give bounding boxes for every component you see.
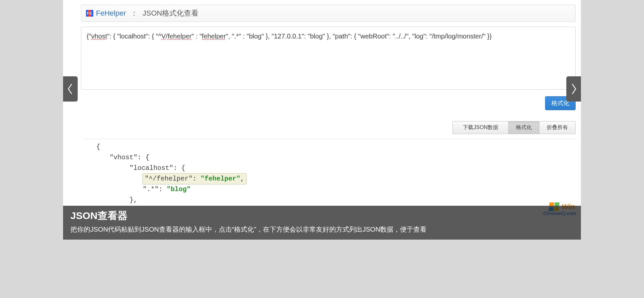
brand-sep: ： bbox=[130, 8, 138, 18]
fehelper-logo-icon: FE bbox=[86, 10, 93, 17]
page-subtitle: JSON格式化查看 bbox=[142, 8, 199, 18]
output-toolbar: 下载JSON数据 格式化 折叠所有 bbox=[452, 121, 576, 134]
json-key[interactable]: "vhost" bbox=[110, 154, 137, 161]
json-input[interactable]: {"vhost": { "localhost": { "^V/fehelper"… bbox=[81, 27, 576, 90]
json-row-selected[interactable]: "^/fehelper": "fehelper", bbox=[83, 174, 576, 184]
chevron-left-icon bbox=[67, 83, 74, 95]
json-tree[interactable]: { "vhost": { "localhost": { "^/fehelper"… bbox=[83, 139, 576, 203]
caption-title: JSON查看器 bbox=[70, 209, 574, 223]
json-key[interactable]: "localhost" bbox=[129, 164, 173, 172]
next-slide-button[interactable] bbox=[566, 76, 581, 102]
prev-slide-button[interactable] bbox=[63, 76, 78, 102]
chevron-right-icon bbox=[570, 83, 577, 95]
json-row[interactable]: ".*": "blog" bbox=[83, 184, 576, 195]
slide-caption: JSON查看器 把你的JSON代码粘贴到JSON查看器的输入框中，点击“格式化”… bbox=[63, 206, 581, 240]
collapse-all-button[interactable]: 折叠所有 bbox=[539, 121, 575, 134]
format-button[interactable]: 格式化 bbox=[508, 121, 539, 134]
download-json-button[interactable]: 下载JSON数据 bbox=[453, 121, 508, 134]
app-header: FE FeHelper ： JSON格式化查看 bbox=[81, 5, 576, 22]
caption-desc: 把你的JSON代码粘贴到JSON查看器的输入框中，点击“格式化”，在下方便会以非… bbox=[70, 225, 574, 234]
brace-close: }, bbox=[129, 196, 137, 203]
brace-open: { bbox=[96, 143, 100, 151]
brand-text: FeHelper bbox=[96, 9, 126, 18]
